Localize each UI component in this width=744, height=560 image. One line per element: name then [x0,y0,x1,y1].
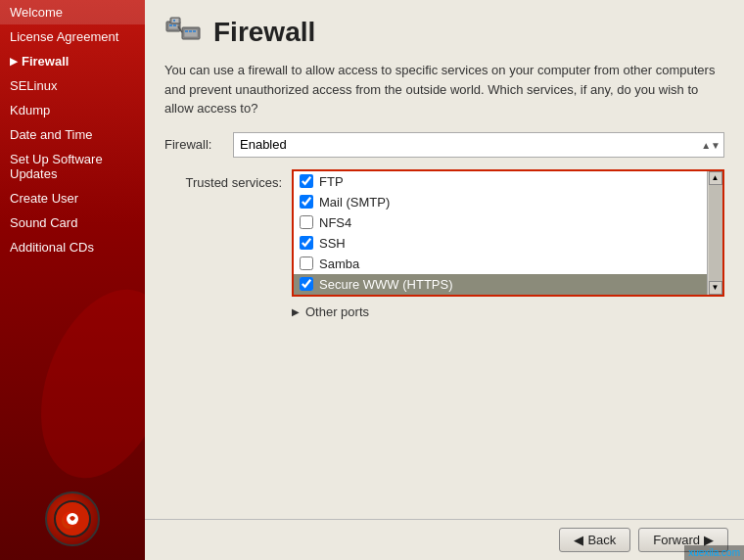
service-label-samba: Samba [319,257,359,271]
services-list-wrapper: FTPMail (SMTP)NFS4SSHSambaSecure WWW (HT… [292,169,724,297]
sidebar-item-datetime[interactable]: Date and Time [0,122,145,147]
service-label-mail: Mail (SMTP) [319,195,390,210]
svg-rect-15 [173,20,175,22]
sidebar-item-createuser[interactable]: Create User [0,186,145,210]
sidebar-item-welcome[interactable]: Welcome [0,0,145,24]
main-content-area: Firewall You can use a firewall to allow… [145,0,744,560]
firewall-label: Firewall: [164,137,233,152]
sidebar-item-label: Create User [10,191,78,206]
services-area: Trusted services: FTPMail (SMTP)NFS4SSHS… [164,169,724,297]
service-item-ssh[interactable]: SSH [294,233,707,254]
service-checkbox-mail[interactable] [300,195,313,209]
service-item-nfs4[interactable]: NFS4 [294,212,707,233]
svg-rect-11 [193,30,196,32]
service-checkbox-nfs4[interactable] [300,215,313,229]
sidebar-active-arrow: ▶ [10,56,18,67]
scroll-up-arrow[interactable]: ▲ [709,171,722,185]
back-label: Back [587,533,616,547]
sidebar-item-additionalcds[interactable]: Additional CDs [0,235,145,259]
sidebar-item-label: Set Up Software Updates [10,152,135,181]
service-item-https[interactable]: Secure WWW (HTTPS) [294,274,707,295]
sidebar-item-softwareupdates[interactable]: Set Up Software Updates [0,147,145,186]
service-label-ssh: SSH [319,236,346,251]
svg-rect-9 [185,30,188,32]
service-checkbox-ftp[interactable] [300,174,313,188]
svg-rect-5 [169,24,172,26]
svg-rect-6 [173,24,176,26]
sidebar-item-license[interactable]: License Agreement [0,24,145,49]
service-checkbox-ssh[interactable] [300,236,313,250]
sidebar-decoration [17,272,145,496]
other-ports-row[interactable]: ▶ Other ports [164,297,724,319]
page-description: You can use a firewall to allow access t… [164,61,724,118]
service-checkbox-https[interactable] [300,277,313,291]
back-icon: ◀ [574,533,583,547]
footer: ◀ Back Forward ▶ xuexila.com [145,519,744,560]
sidebar-item-soundcard[interactable]: Sound Card [0,210,145,235]
service-item-ftp[interactable]: FTP [294,171,707,192]
firewall-icon [164,14,202,51]
scroll-track [709,185,722,281]
sidebar-item-label: License Agreement [10,29,118,44]
service-label-nfs4: NFS4 [319,215,351,230]
services-list: FTPMail (SMTP)NFS4SSHSambaSecure WWW (HT… [294,171,707,295]
sidebar: WelcomeLicense Agreement▶FirewallSELinux… [0,0,145,560]
firewall-row: Firewall: EnabledDisabled ▲▼ [164,132,724,158]
scroll-down-arrow[interactable]: ▼ [709,281,722,295]
sidebar-item-label: Kdump [10,103,50,117]
other-ports-label: Other ports [305,304,369,319]
sidebar-item-firewall[interactable]: ▶Firewall [0,49,145,73]
sidebar-item-label: SELinux [10,78,57,93]
sidebar-item-label: Date and Time [10,127,93,142]
scrollbar[interactable]: ▲ ▼ [707,171,722,295]
back-button[interactable]: ◀ Back [559,528,630,552]
sidebar-item-label: Sound Card [10,215,77,230]
trusted-services-label: Trusted services: [164,169,282,190]
sidebar-item-label: Welcome [10,5,63,20]
content-panel: You can use a firewall to allow access t… [145,61,744,519]
redhat-logo [45,491,100,546]
firewall-select-wrapper: EnabledDisabled ▲▼ [233,132,724,158]
sidebar-item-label: Firewall [22,54,69,69]
service-label-ftp: FTP [319,174,344,189]
page-title: Firewall [213,17,315,48]
service-item-samba[interactable]: Samba [294,254,707,274]
sidebar-item-label: Additional CDs [10,240,94,255]
other-ports-expand-icon: ▶ [292,306,300,317]
sidebar-item-kdump[interactable]: Kdump [0,98,145,122]
sidebar-item-selinux[interactable]: SELinux [0,73,145,98]
service-label-https: Secure WWW (HTTPS) [319,277,453,292]
firewall-select[interactable]: EnabledDisabled [233,132,724,158]
watermark: xuexila.com [684,545,744,560]
svg-rect-10 [189,30,192,32]
service-item-mail[interactable]: Mail (SMTP) [294,192,707,212]
service-checkbox-samba[interactable] [300,257,313,270]
main-header: Firewall [145,0,744,61]
